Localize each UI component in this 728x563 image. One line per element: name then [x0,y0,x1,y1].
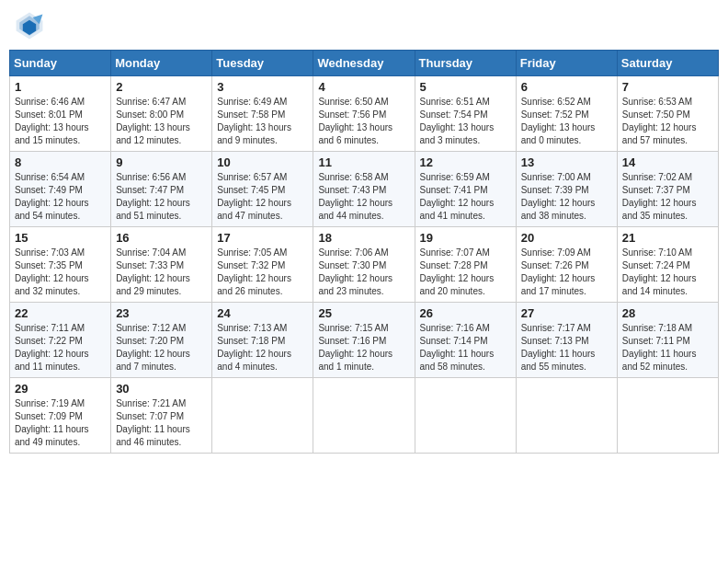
day-number: 15 [15,231,106,245]
calendar-cell: 10Sunrise: 6:57 AMSunset: 7:45 PMDayligh… [212,152,313,227]
calendar-cell: 24Sunrise: 7:13 AMSunset: 7:18 PMDayligh… [212,303,313,378]
day-number: 19 [420,231,511,245]
calendar-cell: 16Sunrise: 7:04 AMSunset: 7:33 PMDayligh… [111,227,212,303]
day-detail: Sunrise: 7:02 AMSunset: 7:37 PMDaylight:… [622,171,713,223]
calendar-week-row: 1Sunrise: 6:46 AMSunset: 8:01 PMDaylight… [10,76,719,152]
day-number: 8 [15,155,106,169]
day-detail: Sunrise: 7:05 AMSunset: 7:32 PMDaylight:… [217,247,308,298]
day-detail: Sunrise: 7:13 AMSunset: 7:18 PMDaylight:… [217,322,308,373]
day-detail: Sunrise: 7:19 AMSunset: 7:09 PMDaylight:… [15,397,106,449]
calendar-cell: 15Sunrise: 7:03 AMSunset: 7:35 PMDayligh… [10,227,111,303]
weekday-header: Tuesday [212,51,313,76]
day-detail: Sunrise: 7:18 AMSunset: 7:11 PMDaylight:… [622,322,713,373]
day-detail: Sunrise: 6:47 AMSunset: 8:00 PMDaylight:… [116,96,207,147]
calendar-cell: 1Sunrise: 6:46 AMSunset: 8:01 PMDaylight… [10,76,111,152]
calendar-cell: 18Sunrise: 7:06 AMSunset: 7:30 PMDayligh… [313,227,415,303]
calendar-cell [516,378,617,454]
logo [13,9,50,42]
page-header [9,9,719,42]
day-detail: Sunrise: 6:51 AMSunset: 7:54 PMDaylight:… [420,96,511,147]
day-number: 7 [622,80,713,94]
day-detail: Sunrise: 7:15 AMSunset: 7:16 PMDaylight:… [318,322,409,373]
calendar-cell: 12Sunrise: 6:59 AMSunset: 7:41 PMDayligh… [415,152,516,227]
day-number: 25 [318,306,409,320]
day-detail: Sunrise: 7:12 AMSunset: 7:20 PMDaylight:… [116,322,207,373]
day-number: 10 [217,155,308,169]
calendar-week-row: 22Sunrise: 7:11 AMSunset: 7:22 PMDayligh… [10,303,719,378]
day-number: 3 [217,80,308,94]
weekday-header: Friday [516,51,617,76]
day-number: 18 [318,231,409,245]
calendar-cell: 30Sunrise: 7:21 AMSunset: 7:07 PMDayligh… [111,378,212,454]
day-number: 20 [521,231,612,245]
calendar-cell [617,378,718,454]
calendar-cell [212,378,313,454]
calendar-cell: 8Sunrise: 6:54 AMSunset: 7:49 PMDaylight… [10,152,111,227]
calendar-cell [313,378,415,454]
day-detail: Sunrise: 6:52 AMSunset: 7:52 PMDaylight:… [521,96,612,147]
calendar-cell: 21Sunrise: 7:10 AMSunset: 7:24 PMDayligh… [617,227,718,303]
day-detail: Sunrise: 6:53 AMSunset: 7:50 PMDaylight:… [622,96,713,147]
calendar-cell: 17Sunrise: 7:05 AMSunset: 7:32 PMDayligh… [212,227,313,303]
calendar-header: SundayMondayTuesdayWednesdayThursdayFrid… [10,51,719,76]
day-number: 11 [318,155,409,169]
day-number: 12 [420,155,511,169]
day-number: 29 [15,382,106,396]
calendar-cell: 5Sunrise: 6:51 AMSunset: 7:54 PMDaylight… [415,76,516,152]
day-number: 9 [116,155,207,169]
day-number: 17 [217,231,308,245]
logo-icon [13,9,46,42]
day-detail: Sunrise: 6:50 AMSunset: 7:56 PMDaylight:… [318,96,409,147]
weekday-header: Saturday [617,51,718,76]
calendar-table: SundayMondayTuesdayWednesdayThursdayFrid… [9,50,719,454]
day-number: 23 [116,306,207,320]
calendar-cell [415,378,516,454]
calendar-cell: 2Sunrise: 6:47 AMSunset: 8:00 PMDaylight… [111,76,212,152]
weekday-header: Sunday [10,51,111,76]
day-detail: Sunrise: 6:58 AMSunset: 7:43 PMDaylight:… [318,171,409,223]
day-detail: Sunrise: 6:56 AMSunset: 7:47 PMDaylight:… [116,171,207,223]
calendar-cell: 14Sunrise: 7:02 AMSunset: 7:37 PMDayligh… [617,152,718,227]
day-number: 6 [521,80,612,94]
calendar-cell: 28Sunrise: 7:18 AMSunset: 7:11 PMDayligh… [617,303,718,378]
calendar-cell: 22Sunrise: 7:11 AMSunset: 7:22 PMDayligh… [10,303,111,378]
calendar-cell: 26Sunrise: 7:16 AMSunset: 7:14 PMDayligh… [415,303,516,378]
day-detail: Sunrise: 7:00 AMSunset: 7:39 PMDaylight:… [521,171,612,223]
day-detail: Sunrise: 7:04 AMSunset: 7:33 PMDaylight:… [116,247,207,298]
day-number: 2 [116,80,207,94]
calendar-cell: 19Sunrise: 7:07 AMSunset: 7:28 PMDayligh… [415,227,516,303]
calendar-cell: 7Sunrise: 6:53 AMSunset: 7:50 PMDaylight… [617,76,718,152]
day-number: 22 [15,306,106,320]
calendar-cell: 11Sunrise: 6:58 AMSunset: 7:43 PMDayligh… [313,152,415,227]
day-number: 21 [622,231,713,245]
day-detail: Sunrise: 6:59 AMSunset: 7:41 PMDaylight:… [420,171,511,223]
weekday-header: Thursday [415,51,516,76]
day-detail: Sunrise: 7:16 AMSunset: 7:14 PMDaylight:… [420,322,511,373]
calendar-cell: 4Sunrise: 6:50 AMSunset: 7:56 PMDaylight… [313,76,415,152]
calendar-week-row: 8Sunrise: 6:54 AMSunset: 7:49 PMDaylight… [10,152,719,227]
calendar-cell: 6Sunrise: 6:52 AMSunset: 7:52 PMDaylight… [516,76,617,152]
day-number: 28 [622,306,713,320]
day-number: 5 [420,80,511,94]
day-detail: Sunrise: 7:07 AMSunset: 7:28 PMDaylight:… [420,247,511,298]
day-number: 30 [116,382,207,396]
calendar-cell: 3Sunrise: 6:49 AMSunset: 7:58 PMDaylight… [212,76,313,152]
day-detail: Sunrise: 6:46 AMSunset: 8:01 PMDaylight:… [15,96,106,147]
calendar-cell: 29Sunrise: 7:19 AMSunset: 7:09 PMDayligh… [10,378,111,454]
calendar-cell: 25Sunrise: 7:15 AMSunset: 7:16 PMDayligh… [313,303,415,378]
day-number: 1 [15,80,106,94]
day-detail: Sunrise: 7:11 AMSunset: 7:22 PMDaylight:… [15,322,106,373]
calendar-cell: 23Sunrise: 7:12 AMSunset: 7:20 PMDayligh… [111,303,212,378]
day-detail: Sunrise: 6:54 AMSunset: 7:49 PMDaylight:… [15,171,106,223]
day-number: 14 [622,155,713,169]
day-detail: Sunrise: 7:03 AMSunset: 7:35 PMDaylight:… [15,247,106,298]
calendar-cell: 20Sunrise: 7:09 AMSunset: 7:26 PMDayligh… [516,227,617,303]
calendar-cell: 27Sunrise: 7:17 AMSunset: 7:13 PMDayligh… [516,303,617,378]
day-detail: Sunrise: 6:49 AMSunset: 7:58 PMDaylight:… [217,96,308,147]
day-detail: Sunrise: 7:21 AMSunset: 7:07 PMDaylight:… [116,397,207,449]
calendar-cell: 9Sunrise: 6:56 AMSunset: 7:47 PMDaylight… [111,152,212,227]
day-number: 26 [420,306,511,320]
calendar-week-row: 15Sunrise: 7:03 AMSunset: 7:35 PMDayligh… [10,227,719,303]
day-detail: Sunrise: 7:10 AMSunset: 7:24 PMDaylight:… [622,247,713,298]
calendar-week-row: 29Sunrise: 7:19 AMSunset: 7:09 PMDayligh… [10,378,719,454]
